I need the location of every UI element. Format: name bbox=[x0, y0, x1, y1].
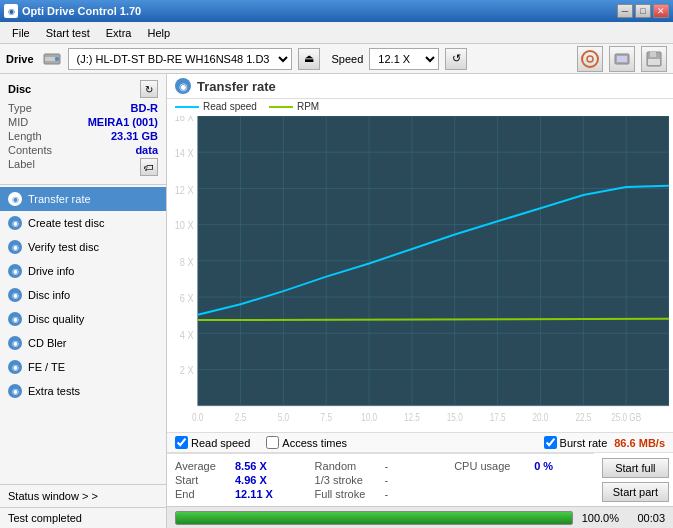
svg-text:0.0: 0.0 bbox=[192, 411, 203, 423]
cpu-usage-value: 0 % bbox=[534, 460, 553, 472]
minimize-button[interactable]: ─ bbox=[617, 4, 633, 18]
svg-text:6 X: 6 X bbox=[180, 290, 194, 303]
contents-label: Contents bbox=[8, 144, 52, 156]
disc-color-button[interactable] bbox=[577, 46, 603, 72]
legend-read-speed-color bbox=[175, 106, 199, 108]
burst-rate-value: 86.6 MB/s bbox=[614, 437, 665, 449]
progress-bar bbox=[175, 511, 573, 525]
nav-disc-info-label: Disc info bbox=[28, 289, 70, 301]
read-speed-checkbox-item: Read speed bbox=[175, 436, 250, 449]
nav-transfer-rate[interactable]: ◉ Transfer rate bbox=[0, 187, 166, 211]
legend-read-speed: Read speed bbox=[175, 101, 257, 112]
access-times-checkbox-item: Access times bbox=[266, 436, 347, 449]
svg-text:7.5: 7.5 bbox=[321, 411, 332, 423]
nav-disc-quality[interactable]: ◉ Disc quality bbox=[0, 307, 166, 331]
random-label: Random bbox=[315, 460, 385, 472]
label-icon-button[interactable]: 🏷 bbox=[140, 158, 158, 176]
progress-bar-inner bbox=[176, 512, 572, 524]
sidebar-bottom: Status window > > Test completed bbox=[0, 484, 166, 528]
contents-value: data bbox=[135, 144, 158, 156]
nav-verify-test-disc-label: Verify test disc bbox=[28, 241, 99, 253]
maximize-button[interactable]: □ bbox=[635, 4, 651, 18]
menu-file[interactable]: File bbox=[4, 25, 38, 41]
nav-drive-info[interactable]: ◉ Drive info bbox=[0, 259, 166, 283]
nav-cd-bler[interactable]: ◉ CD Bler bbox=[0, 331, 166, 355]
drive-info-icon: ◉ bbox=[8, 264, 22, 278]
drive-label: Drive bbox=[6, 53, 34, 65]
nav-extra-tests[interactable]: ◉ Extra tests bbox=[0, 379, 166, 403]
status-window-button[interactable]: Status window > > bbox=[0, 485, 166, 508]
nav-disc-info[interactable]: ◉ Disc info bbox=[0, 283, 166, 307]
close-button[interactable]: ✕ bbox=[653, 4, 669, 18]
mid-value: MEIRA1 (001) bbox=[88, 116, 158, 128]
burst-rate-checkbox-item: Burst rate 86.6 MB/s bbox=[544, 436, 665, 449]
nav-drive-info-label: Drive info bbox=[28, 265, 74, 277]
verify-test-disc-icon: ◉ bbox=[8, 240, 22, 254]
svg-text:14 X: 14 X bbox=[175, 146, 194, 159]
drive-select[interactable]: (J:) HL-DT-ST BD-RE WH16NS48 1.D3 bbox=[68, 48, 292, 70]
eject-button[interactable]: ⏏ bbox=[298, 48, 320, 70]
drive-icon bbox=[42, 49, 62, 69]
disc-refresh-button[interactable]: ↻ bbox=[140, 80, 158, 98]
menu-extra[interactable]: Extra bbox=[98, 25, 140, 41]
legend-rpm: RPM bbox=[269, 101, 319, 112]
stats-area: Average 8.56 X Start 4.96 X End 12.11 X bbox=[167, 453, 594, 506]
nav-create-test-disc[interactable]: ◉ Create test disc bbox=[0, 211, 166, 235]
type-label: Type bbox=[8, 102, 32, 114]
chart-container: 16 X 14 X 12 X 10 X 8 X 6 X 4 X 2 X 0.0 … bbox=[167, 116, 673, 432]
menu-start-test[interactable]: Start test bbox=[38, 25, 98, 41]
svg-text:4 X: 4 X bbox=[180, 327, 194, 340]
end-label: End bbox=[175, 488, 235, 500]
progress-row: 100.0% 00:03 bbox=[167, 506, 673, 528]
nav-disc-quality-label: Disc quality bbox=[28, 313, 84, 325]
stats-col-1: Average 8.56 X Start 4.96 X End 12.11 X bbox=[175, 458, 307, 502]
media-button[interactable] bbox=[609, 46, 635, 72]
main-content: Disc ↻ Type BD-R MID MEIRA1 (001) Length… bbox=[0, 74, 673, 528]
svg-text:12 X: 12 X bbox=[175, 183, 194, 196]
stats-col-3: CPU usage 0 % bbox=[454, 458, 586, 502]
checkboxes-row: Read speed Access times Burst rate 86.6 … bbox=[167, 432, 673, 452]
svg-text:2 X: 2 X bbox=[180, 363, 194, 376]
nav-fe-te[interactable]: ◉ FE / TE bbox=[0, 355, 166, 379]
svg-rect-1 bbox=[45, 57, 55, 61]
refresh-speed-button[interactable]: ↺ bbox=[445, 48, 467, 70]
access-times-checkbox[interactable] bbox=[266, 436, 279, 449]
svg-point-4 bbox=[587, 56, 593, 62]
disc-panel: Disc ↻ Type BD-R MID MEIRA1 (001) Length… bbox=[0, 74, 166, 185]
nav-verify-test-disc[interactable]: ◉ Verify test disc bbox=[0, 235, 166, 259]
app-title: Opti Drive Control 1.70 bbox=[22, 5, 141, 17]
legend-rpm-color bbox=[269, 106, 293, 108]
save-button[interactable] bbox=[641, 46, 667, 72]
type-value: BD-R bbox=[131, 102, 159, 114]
svg-text:8 X: 8 X bbox=[180, 255, 194, 268]
label-label: Label bbox=[8, 158, 35, 176]
stroke-1-3-value: - bbox=[385, 474, 415, 486]
burst-rate-checkbox[interactable] bbox=[544, 436, 557, 449]
drive-bar: Drive (J:) HL-DT-ST BD-RE WH16NS48 1.D3 … bbox=[0, 44, 673, 74]
svg-text:17.5: 17.5 bbox=[490, 411, 506, 423]
menu-help[interactable]: Help bbox=[139, 25, 178, 41]
menu-bar: File Start test Extra Help bbox=[0, 22, 673, 44]
app-icon: ◉ bbox=[4, 4, 18, 18]
cpu-usage-label: CPU usage bbox=[454, 460, 534, 472]
start-full-button[interactable]: Start full bbox=[602, 458, 669, 478]
disc-info-icon: ◉ bbox=[8, 288, 22, 302]
speed-select[interactable]: 12.1 X bbox=[369, 48, 439, 70]
start-value: 4.96 X bbox=[235, 474, 285, 486]
svg-rect-6 bbox=[617, 56, 627, 62]
progress-time: 00:03 bbox=[625, 512, 665, 524]
legend-read-speed-label: Read speed bbox=[203, 101, 257, 112]
fe-te-icon: ◉ bbox=[8, 360, 22, 374]
read-speed-checkbox[interactable] bbox=[175, 436, 188, 449]
average-value: 8.56 X bbox=[235, 460, 285, 472]
legend-rpm-label: RPM bbox=[297, 101, 319, 112]
svg-text:5.0: 5.0 bbox=[278, 411, 289, 423]
start-part-button[interactable]: Start part bbox=[602, 482, 669, 502]
svg-text:16 X: 16 X bbox=[175, 116, 194, 123]
length-value: 23.31 GB bbox=[111, 130, 158, 142]
end-value: 12.11 X bbox=[235, 488, 285, 500]
nav-items: ◉ Transfer rate ◉ Create test disc ◉ Ver… bbox=[0, 185, 166, 484]
stroke-1-3-label: 1/3 stroke bbox=[315, 474, 385, 486]
length-label: Length bbox=[8, 130, 42, 142]
chart-header: ◉ Transfer rate bbox=[167, 74, 673, 99]
